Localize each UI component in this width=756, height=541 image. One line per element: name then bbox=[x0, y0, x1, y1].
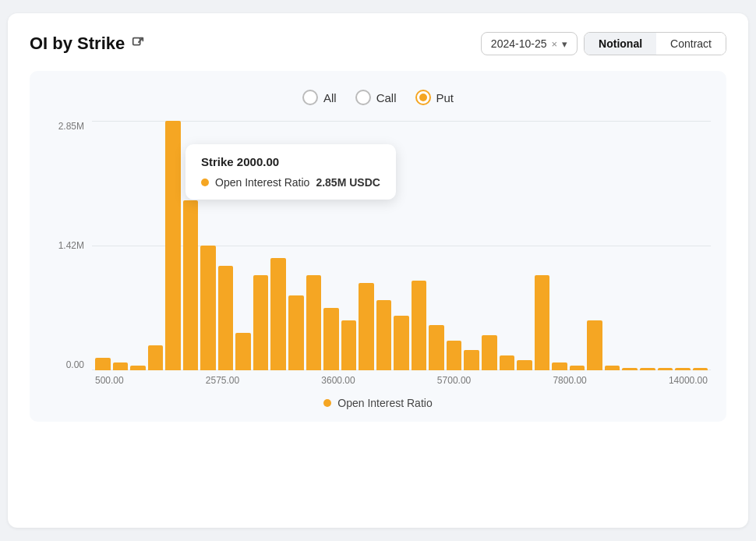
bar[interactable] bbox=[570, 366, 585, 370]
radio-put-circle[interactable] bbox=[415, 90, 431, 105]
date-filter[interactable]: 2024-10-25 × ▾ bbox=[481, 32, 578, 55]
bar[interactable] bbox=[113, 362, 129, 370]
bar[interactable] bbox=[359, 283, 374, 370]
controls: 2024-10-25 × ▾ Notional Contract bbox=[481, 32, 726, 55]
radio-call-label: Call bbox=[376, 91, 397, 104]
bar[interactable] bbox=[288, 295, 304, 370]
bar[interactable] bbox=[183, 200, 199, 370]
bar[interactable] bbox=[429, 325, 444, 370]
bar[interactable] bbox=[95, 358, 111, 370]
tooltip: Strike 2000.00 Open Interest Ratio 2.85M… bbox=[185, 144, 396, 200]
bar[interactable] bbox=[130, 366, 146, 370]
date-close-icon[interactable]: × bbox=[551, 38, 557, 50]
y-label-top: 2.85M bbox=[58, 121, 84, 132]
bar[interactable] bbox=[500, 355, 515, 370]
chart-body: Strike 2000.00 Open Interest Ratio 2.85M… bbox=[92, 121, 711, 386]
bar[interactable] bbox=[464, 350, 479, 370]
bar[interactable] bbox=[482, 335, 497, 370]
bar[interactable] bbox=[535, 275, 550, 370]
bar[interactable] bbox=[323, 308, 339, 370]
x-label-4: 5700.00 bbox=[437, 375, 471, 386]
legend: Open Interest Ratio bbox=[45, 397, 711, 409]
bar[interactable] bbox=[622, 368, 638, 370]
bar[interactable] bbox=[200, 246, 216, 370]
x-axis: 500.00 2575.00 3600.00 5700.00 7800.00 1… bbox=[92, 370, 711, 386]
bar[interactable] bbox=[341, 320, 357, 370]
bar[interactable] bbox=[447, 341, 462, 370]
title-group: OI by Strike bbox=[30, 34, 147, 54]
bar[interactable] bbox=[552, 362, 567, 370]
bar[interactable] bbox=[270, 258, 286, 370]
radio-put[interactable]: Put bbox=[415, 90, 454, 105]
page-title: OI by Strike bbox=[30, 34, 125, 54]
radio-put-inner bbox=[419, 94, 427, 101]
radio-all-label: All bbox=[323, 91, 337, 104]
chart-area: All Call Put 2.85M 1.42M 0.00 bbox=[30, 71, 726, 422]
contract-toggle[interactable]: Contract bbox=[656, 33, 726, 55]
chevron-down-icon[interactable]: ▾ bbox=[562, 38, 567, 50]
tooltip-title: Strike 2000.00 bbox=[201, 155, 380, 168]
x-label-3: 3600.00 bbox=[321, 375, 355, 386]
chart-wrapper: 2.85M 1.42M 0.00 Strike 2000.00 Op bbox=[45, 121, 711, 386]
bar[interactable] bbox=[658, 368, 673, 370]
main-card: OI by Strike 2024-10-25 × ▾ Notional Con… bbox=[8, 13, 748, 528]
bar[interactable] bbox=[218, 266, 234, 370]
legend-dot bbox=[323, 399, 331, 407]
bar[interactable] bbox=[394, 316, 409, 370]
external-link-icon[interactable] bbox=[131, 36, 147, 51]
bar[interactable] bbox=[253, 275, 269, 370]
notional-toggle[interactable]: Notional bbox=[585, 33, 656, 55]
radio-all-circle[interactable] bbox=[302, 90, 318, 105]
radio-call-circle[interactable] bbox=[355, 90, 371, 105]
x-label-2: 2575.00 bbox=[206, 375, 239, 386]
bar[interactable] bbox=[148, 345, 164, 370]
radio-group: All Call Put bbox=[45, 90, 711, 105]
legend-label: Open Interest Ratio bbox=[337, 397, 432, 409]
bar[interactable] bbox=[605, 366, 620, 370]
radio-put-label: Put bbox=[436, 91, 454, 104]
bar[interactable] bbox=[376, 300, 392, 370]
view-toggle-group: Notional Contract bbox=[584, 32, 726, 55]
bar[interactable] bbox=[306, 275, 322, 370]
radio-all[interactable]: All bbox=[302, 90, 337, 105]
y-label-mid: 1.42M bbox=[58, 240, 84, 251]
radio-call[interactable]: Call bbox=[355, 90, 397, 105]
date-value: 2024-10-25 bbox=[491, 37, 547, 50]
bar[interactable] bbox=[587, 320, 602, 370]
bar[interactable] bbox=[517, 360, 532, 370]
bar[interactable] bbox=[693, 368, 708, 370]
x-label-6: 14000.00 bbox=[669, 375, 708, 386]
y-label-bottom: 0.00 bbox=[66, 359, 84, 370]
bar[interactable] bbox=[412, 281, 427, 370]
y-axis: 2.85M 1.42M 0.00 bbox=[45, 121, 92, 370]
bar[interactable] bbox=[165, 121, 181, 370]
header: OI by Strike 2024-10-25 × ▾ Notional Con… bbox=[30, 32, 726, 55]
tooltip-value: 2.85M USDC bbox=[316, 176, 380, 189]
x-label-5: 7800.00 bbox=[553, 375, 586, 386]
bar[interactable] bbox=[235, 333, 251, 370]
tooltip-dot bbox=[201, 179, 209, 186]
bar[interactable] bbox=[675, 368, 691, 370]
bar[interactable] bbox=[640, 368, 655, 370]
tooltip-label: Open Interest Ratio bbox=[215, 176, 309, 189]
bars-and-grid: Strike 2000.00 Open Interest Ratio 2.85M… bbox=[92, 121, 711, 370]
x-label-1: 500.00 bbox=[95, 375, 124, 386]
tooltip-row: Open Interest Ratio 2.85M USDC bbox=[201, 176, 380, 189]
